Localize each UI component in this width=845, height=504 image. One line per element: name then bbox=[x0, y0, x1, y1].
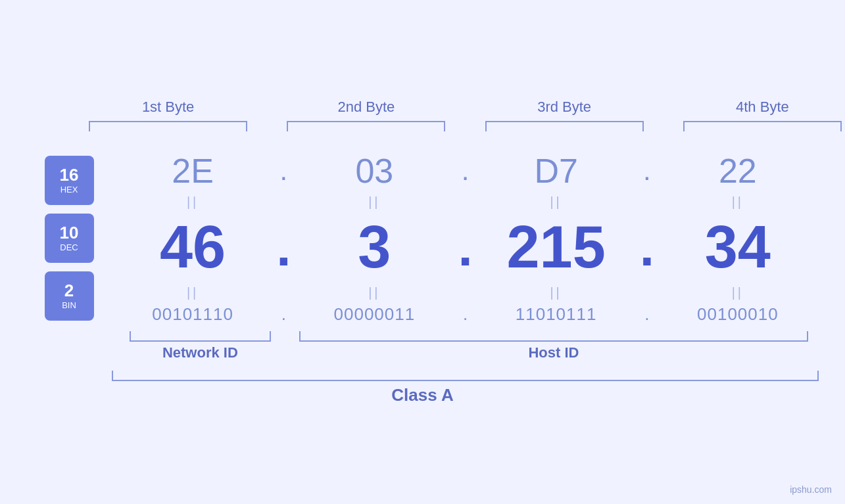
byte2-label: 2nd Byte bbox=[267, 99, 465, 121]
watermark: ipshu.com bbox=[790, 484, 832, 495]
top-bracket-2 bbox=[267, 121, 465, 131]
id-labels: Network ID Host ID bbox=[112, 344, 819, 361]
top-bracket-4 bbox=[664, 121, 845, 131]
class-a-label: Class A bbox=[391, 385, 453, 405]
byte1-label: 1st Byte bbox=[69, 99, 267, 121]
byte3-label: 3rd Byte bbox=[466, 99, 664, 121]
top-bracket-1 bbox=[69, 121, 267, 131]
network-id-label: Network ID bbox=[112, 344, 289, 361]
class-a-bracket bbox=[112, 371, 819, 381]
hex-badge: 16 HEX bbox=[45, 156, 94, 205]
dec-badge: 10 DEC bbox=[45, 214, 94, 263]
host-id-label: Host ID bbox=[289, 344, 819, 361]
hex-dec-equals-row: || || || || bbox=[112, 191, 819, 214]
top-bracket-3 bbox=[466, 121, 664, 131]
dec-row: 46 . 3 . 215 . 34 bbox=[112, 214, 819, 281]
bin-row: 00101110 . 00000011 . 11010111 . 0010001… bbox=[112, 304, 819, 325]
bottom-brackets bbox=[112, 331, 819, 342]
byte4-label: 4th Byte bbox=[664, 99, 845, 121]
dec-bin-equals-row: || || || || bbox=[112, 281, 819, 304]
bin-badge: 2 BIN bbox=[45, 271, 94, 321]
hex-row: 2E . 03 . D7 . 22 bbox=[112, 151, 819, 191]
